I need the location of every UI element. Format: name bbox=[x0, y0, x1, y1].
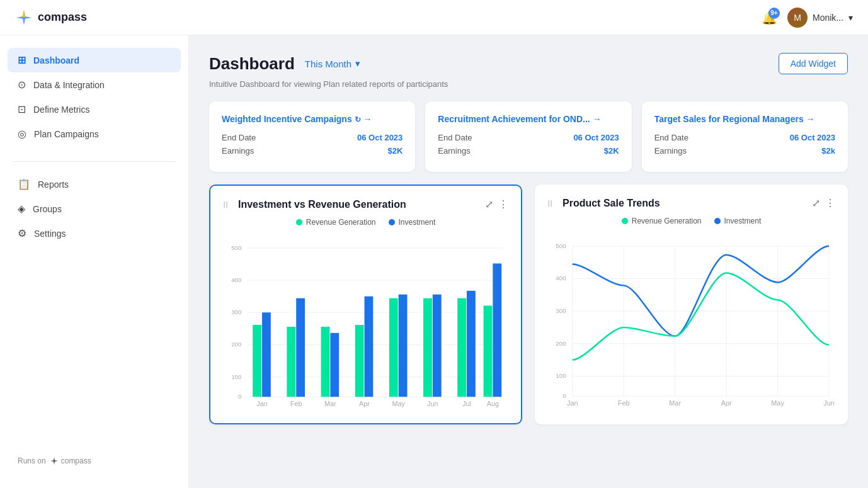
campaign-name[interactable]: Recruitment Achievement for OND... → bbox=[438, 114, 601, 124]
more-options-button[interactable]: ⋮ bbox=[825, 197, 835, 209]
earnings-value: $2K bbox=[604, 146, 619, 156]
bar-investment-feb bbox=[296, 298, 305, 397]
svg-marker-1 bbox=[23, 10, 25, 18]
sidebar-item-label: Reports bbox=[38, 179, 69, 190]
bar-chart-card: ⁞⁞ Investment vs Revenue Generation ⤢ ⋮ … bbox=[209, 184, 522, 424]
legend-label-investment: Investment bbox=[724, 217, 762, 225]
legend-dot-investment bbox=[389, 219, 395, 225]
bar-investment-jan bbox=[262, 312, 271, 397]
svg-text:Mar: Mar bbox=[669, 399, 681, 407]
campaign-card-header: Recruitment Achievement for OND... → bbox=[438, 114, 619, 124]
sidebar-item-dashboard[interactable]: ⊞ Dashboard bbox=[8, 48, 181, 72]
sidebar-item-data-integration[interactable]: ⊙ Data & Integration bbox=[8, 72, 181, 97]
svg-text:500: 500 bbox=[231, 244, 242, 251]
svg-text:Jun: Jun bbox=[823, 399, 835, 407]
campaign-end-date-row: End Date 06 Oct 2023 bbox=[654, 133, 835, 142]
chart-header: ⁞⁞ Investment vs Revenue Generation ⤢ ⋮ bbox=[223, 198, 508, 210]
app-body: ⊞ Dashboard ⊙ Data & Integration ⊡ Defin… bbox=[0, 0, 868, 488]
sidebar-item-label: Settings bbox=[34, 229, 66, 239]
svg-text:300: 300 bbox=[556, 307, 566, 314]
topnav: compass 🔔 9+ M Monik... ▾ bbox=[0, 0, 868, 35]
bar-investment-may bbox=[399, 295, 408, 397]
expand-chart-button[interactable]: ⤢ bbox=[485, 198, 493, 210]
campaign-name[interactable]: Target Sales for Regional Managers → bbox=[654, 114, 815, 124]
campaign-card-2: Target Sales for Regional Managers → End… bbox=[642, 101, 848, 172]
period-selector-button[interactable]: This Month ▾ bbox=[305, 58, 360, 69]
svg-text:Feb: Feb bbox=[290, 400, 302, 407]
bar-investment-aug bbox=[493, 263, 501, 397]
svg-text:200: 200 bbox=[231, 341, 242, 348]
end-date-value: 06 Oct 2023 bbox=[357, 133, 403, 142]
legend-item-revenue: Revenue Generation bbox=[622, 217, 702, 225]
bar-revenue-may bbox=[389, 298, 398, 397]
svg-text:Feb: Feb bbox=[618, 399, 630, 407]
bar-revenue-mar bbox=[321, 327, 330, 397]
end-date-label: End Date bbox=[654, 133, 688, 142]
svg-text:Apr: Apr bbox=[721, 399, 732, 407]
sidebar-secondary-section: 📋 Reports ◈ Groups ⚙ Settings bbox=[8, 172, 181, 246]
footer-logo-text: compass bbox=[61, 457, 91, 465]
main-content: Dashboard This Month ▾ Add Widget Intuit… bbox=[189, 35, 868, 488]
sidebar-item-label: Define Metrics bbox=[33, 105, 89, 115]
chevron-down-icon: ▾ bbox=[848, 13, 853, 23]
campaign-card-1: Recruitment Achievement for OND... → End… bbox=[425, 101, 631, 172]
end-date-label: End Date bbox=[438, 133, 472, 142]
svg-text:0: 0 bbox=[562, 392, 566, 399]
sidebar-item-label: Data & Integration bbox=[33, 80, 105, 90]
campaign-earnings-row: Earnings $2K bbox=[438, 146, 619, 156]
sidebar-footer: Runs on compass bbox=[8, 446, 181, 475]
line-chart-card: ⁞⁞ Product Sale Trends ⤢ ⋮ Revenue Gener… bbox=[535, 184, 848, 424]
page-title-row: Dashboard This Month ▾ bbox=[209, 54, 360, 74]
page-title: Dashboard bbox=[209, 54, 295, 74]
campaign-earnings-row: Earnings $2K bbox=[222, 146, 403, 156]
bar-investment-jul bbox=[467, 291, 476, 397]
end-date-value: 06 Oct 2023 bbox=[790, 133, 835, 142]
settings-icon: ⚙ bbox=[18, 227, 26, 239]
user-menu-button[interactable]: M Monik... ▾ bbox=[787, 8, 853, 28]
add-widget-button[interactable]: Add Widget bbox=[779, 53, 848, 74]
sidebar-primary-section: ⊞ Dashboard ⊙ Data & Integration ⊡ Defin… bbox=[8, 48, 181, 146]
notification-badge: 9+ bbox=[768, 8, 780, 19]
sidebar-item-reports[interactable]: 📋 Reports bbox=[8, 172, 181, 196]
chart-actions: ⤢ ⋮ bbox=[812, 197, 835, 209]
svg-text:300: 300 bbox=[231, 309, 242, 315]
campaign-end-date-row: End Date 06 Oct 2023 bbox=[438, 133, 619, 142]
sidebar-item-settings[interactable]: ⚙ Settings bbox=[8, 221, 181, 246]
expand-chart-button[interactable]: ⤢ bbox=[812, 197, 820, 209]
sidebar-item-define-metrics[interactable]: ⊡ Define Metrics bbox=[8, 97, 181, 122]
chart-title-row: ⁞⁞ Product Sale Trends bbox=[547, 198, 660, 209]
revenue-line bbox=[573, 273, 829, 360]
chevron-down-icon: ▾ bbox=[355, 58, 360, 69]
bar-revenue-aug bbox=[484, 305, 493, 397]
svg-text:Apr: Apr bbox=[359, 400, 370, 407]
campaign-name[interactable]: Weighted Incentive Campaigns ↻ → bbox=[222, 114, 372, 124]
svg-text:Jan: Jan bbox=[256, 400, 267, 407]
more-options-button[interactable]: ⋮ bbox=[498, 198, 508, 210]
define-metrics-icon: ⊡ bbox=[18, 103, 26, 115]
charts-row: ⁞⁞ Investment vs Revenue Generation ⤢ ⋮ … bbox=[209, 184, 848, 424]
sidebar-item-label: Plan Campaigns bbox=[34, 129, 99, 139]
sidebar: ⊞ Dashboard ⊙ Data & Integration ⊡ Defin… bbox=[0, 35, 189, 488]
legend-label-investment: Investment bbox=[399, 218, 436, 227]
sidebar-item-plan-campaigns[interactable]: ◎ Plan Campaigns bbox=[8, 122, 181, 146]
sidebar-item-groups[interactable]: ◈ Groups bbox=[8, 196, 181, 221]
groups-icon: ◈ bbox=[18, 203, 25, 215]
bar-revenue-jun bbox=[423, 298, 432, 397]
notifications-button[interactable]: 🔔 9+ bbox=[762, 10, 777, 25]
earnings-label: Earnings bbox=[222, 146, 254, 156]
investment-line bbox=[573, 246, 829, 336]
svg-text:Mar: Mar bbox=[324, 400, 336, 407]
reports-icon: 📋 bbox=[18, 178, 30, 190]
legend-dot-investment bbox=[714, 218, 721, 224]
bar-revenue-feb bbox=[287, 327, 295, 397]
chart-actions: ⤢ ⋮ bbox=[485, 198, 508, 210]
svg-text:400: 400 bbox=[231, 276, 242, 283]
earnings-value: $2K bbox=[387, 146, 403, 156]
svg-text:100: 100 bbox=[231, 373, 242, 380]
sidebar-divider bbox=[13, 161, 176, 162]
svg-text:Aug: Aug bbox=[487, 400, 499, 407]
legend-label-revenue: Revenue Generation bbox=[306, 218, 376, 227]
campaign-card-header: Target Sales for Regional Managers → bbox=[654, 114, 835, 124]
line-chart-area: 500 400 300 200 100 0 bbox=[547, 233, 835, 409]
legend-dot-revenue bbox=[622, 218, 628, 224]
